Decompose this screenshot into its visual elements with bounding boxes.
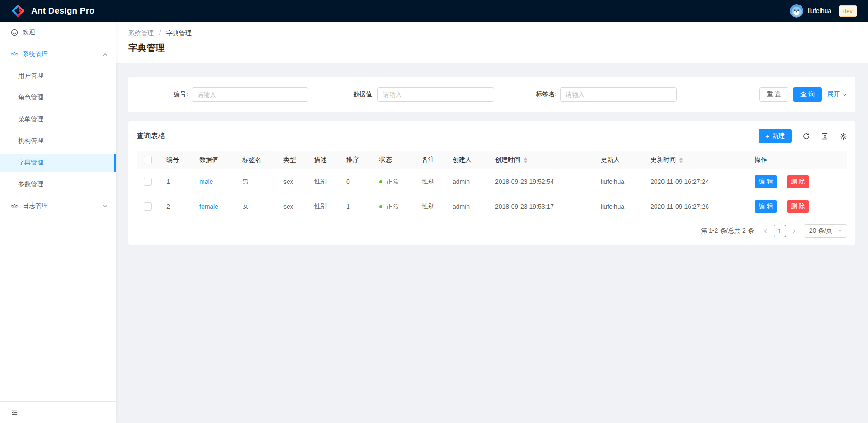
filter-label-value: 数据值: (341, 90, 374, 99)
col-header-type: 类型 (276, 151, 307, 169)
status-badge: 正常 (379, 203, 399, 211)
col-header-updated[interactable]: 更新时间 (643, 151, 747, 169)
new-button-label: 新建 (772, 132, 785, 140)
sidebar-item-system[interactable]: 系统管理 (0, 45, 116, 63)
filter-input-id[interactable] (192, 87, 308, 102)
page-body: 编号: 数据值: 标签名: 重 置 查 询 展开 (116, 63, 868, 423)
new-button[interactable]: + 新建 (759, 129, 792, 143)
expand-link[interactable]: 展开 (827, 90, 847, 99)
cell-created: 2018-09-23 19:53:17 (488, 194, 594, 219)
status-badge: 正常 (379, 178, 399, 186)
logo[interactable]: Ant Design Pro (11, 4, 94, 18)
row-checkbox[interactable] (144, 178, 152, 186)
col-header-created[interactable]: 创建时间 (488, 151, 594, 169)
table-row: 2 female 女 sex 性别 1 正常 (137, 194, 847, 219)
cell-creator: admin (445, 194, 488, 219)
sidebar-item-log[interactable]: 日志管理 (0, 197, 116, 215)
select-all-checkbox[interactable] (144, 156, 152, 164)
table-row: 1 male 男 sex 性别 0 正常 (137, 169, 847, 194)
pagination-page-1[interactable]: 1 (774, 225, 786, 237)
app-title: Ant Design Pro (31, 6, 94, 16)
filter-input-value[interactable] (377, 87, 494, 102)
sidebar-item-label: 字典管理 (18, 159, 43, 167)
sidebar-menu: 欢迎 系统管理 用户管理 角色管理 (0, 22, 116, 401)
breadcrumb-separator: / (159, 29, 161, 37)
sidebar-item-user-mgmt[interactable]: 用户管理 (0, 67, 116, 85)
breadcrumb: 系统管理 / 字典管理 (128, 28, 855, 38)
page-size-value: 20 条/页 (809, 227, 832, 235)
pagination-prev-icon[interactable] (760, 229, 771, 234)
chevron-down-icon (838, 229, 842, 233)
cell-sort: 0 (339, 169, 372, 194)
reset-button[interactable]: 重 置 (760, 87, 788, 102)
col-header-created-label: 创建时间 (495, 156, 520, 164)
filter-input-label[interactable] (560, 87, 677, 102)
env-tag: dev (839, 5, 857, 17)
cell-id: 1 (159, 169, 192, 194)
breadcrumb-parent[interactable]: 系统管理 (128, 29, 154, 37)
sidebar-item-role-mgmt[interactable]: 角色管理 (0, 89, 116, 107)
reload-icon[interactable] (802, 132, 810, 140)
sidebar-item-label: 欢迎 (23, 28, 35, 37)
sorter-icon[interactable] (679, 157, 683, 163)
search-button[interactable]: 查 询 (793, 87, 822, 102)
pagination-total: 第 1-2 条/总共 2 条 (701, 227, 754, 235)
avatar[interactable] (790, 4, 803, 18)
pagination: 第 1-2 条/总共 2 条 1 20 条/页 (137, 219, 847, 245)
cell-remark: 性别 (415, 169, 445, 194)
col-header-label: 标签名 (235, 151, 276, 169)
ant-design-logo-icon (11, 4, 25, 18)
column-height-icon[interactable] (821, 132, 829, 140)
edit-button[interactable]: 编 辑 (755, 175, 777, 188)
table-toolbar: 查询表格 + 新建 (137, 121, 847, 151)
sidebar-item-label: 日志管理 (23, 202, 48, 210)
page-title: 字典管理 (128, 42, 855, 54)
sidebar-item-label: 菜单管理 (18, 115, 43, 123)
menu-fold-icon[interactable] (11, 409, 19, 416)
action-divider (782, 203, 782, 210)
page-size-select[interactable]: 20 条/页 (804, 224, 847, 238)
sidebar-item-dict-mgmt[interactable]: 字典管理 (0, 154, 116, 172)
sidebar-item-param-mgmt[interactable]: 参数管理 (0, 175, 116, 193)
sidebar-item-welcome[interactable]: 欢迎 (0, 24, 116, 42)
cell-value-link[interactable]: female (199, 203, 218, 210)
col-header-creator: 创建人 (445, 151, 488, 169)
sidebar-item-menu-mgmt[interactable]: 菜单管理 (0, 110, 116, 128)
cell-creator: admin (445, 169, 488, 194)
sidebar-item-label: 用户管理 (18, 72, 43, 80)
cell-desc: 性别 (307, 169, 339, 194)
cell-value-link[interactable]: male (199, 178, 213, 185)
cell-updated: 2020-11-09 16:27:26 (643, 194, 747, 219)
filter-label-id: 编号: (156, 90, 188, 99)
sidebar-footer (0, 401, 116, 423)
delete-button[interactable]: 删 除 (787, 175, 809, 188)
status-dot-icon (379, 180, 382, 183)
status-label: 正常 (387, 178, 399, 186)
username[interactable]: liufeihua (808, 7, 831, 14)
cell-sort: 1 (339, 194, 372, 219)
breadcrumb-current: 字典管理 (166, 29, 192, 37)
action-divider (782, 179, 782, 185)
sidebar: 欢迎 系统管理 用户管理 角色管理 (0, 22, 116, 423)
cell-updater: liufeihua (594, 194, 643, 219)
pagination-next-icon[interactable] (789, 229, 799, 234)
table-header-row: 编号 数据值 标签名 类型 描述 排序 状态 备注 创建人 创建时间 (137, 151, 847, 169)
page-header: 系统管理 / 字典管理 字典管理 (116, 22, 868, 63)
settings-gear-icon[interactable] (840, 132, 847, 140)
filter-label-label: 标签名: (524, 90, 557, 99)
sidebar-item-org-mgmt[interactable]: 机构管理 (0, 132, 116, 150)
delete-button[interactable]: 删 除 (787, 200, 809, 213)
col-header-sort: 排序 (339, 151, 372, 169)
status-label: 正常 (387, 203, 399, 211)
sorter-icon[interactable] (524, 157, 528, 163)
filter-card: 编号: 数据值: 标签名: 重 置 查 询 展开 (128, 77, 855, 112)
sidebar-item-label: 角色管理 (18, 94, 43, 102)
edit-button[interactable]: 编 辑 (755, 200, 777, 213)
cell-type: sex (276, 169, 307, 194)
filter-actions: 重 置 查 询 展开 (760, 87, 847, 102)
chevron-up-icon (103, 52, 108, 57)
cell-label: 女 (235, 194, 276, 219)
row-checkbox[interactable] (144, 202, 152, 211)
cell-updated: 2020-11-09 16:27:24 (643, 169, 747, 194)
col-header-remark: 备注 (415, 151, 445, 169)
